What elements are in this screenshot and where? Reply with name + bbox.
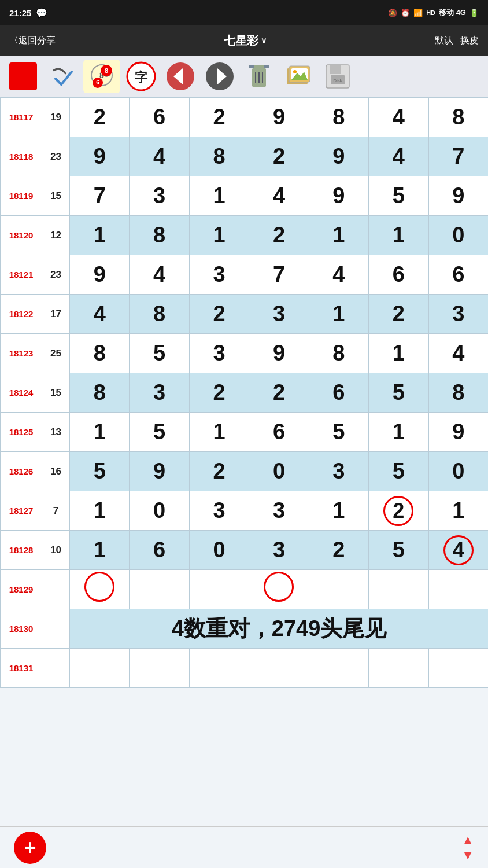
row-sum (42, 570, 70, 609)
row-num-6: 4 (369, 137, 428, 176)
row-num-6: 2 (369, 491, 428, 531)
row-num-5: 9 (309, 176, 368, 216)
row-num-2 (130, 570, 189, 609)
row-num-1: 7 (70, 176, 130, 216)
row-num-4: 2 (249, 373, 309, 413)
table-row[interactable]: 18125131516519 (1, 413, 489, 452)
row-num-2: 8 (130, 295, 189, 334)
scroll-down-icon: ▼ (461, 848, 474, 863)
row-num-3: 2 (189, 98, 249, 137)
table-row[interactable]: 18122174823123 (1, 295, 489, 334)
row-sum (42, 649, 70, 688)
row-num-5: 1 (309, 216, 368, 255)
row-num-7: 4 (428, 334, 488, 373)
table-row[interactable]: 18126165920350 (1, 452, 489, 491)
table-row[interactable]: 18117192629848 (1, 98, 489, 137)
row-num-7: 6 (428, 255, 488, 295)
table-row[interactable]: 18119157314959 (1, 176, 489, 216)
row-num-4: 9 (249, 98, 309, 137)
row-num-6 (369, 570, 428, 609)
toolbar: 8 8 6 字 (0, 56, 488, 97)
row-num-1 (70, 649, 130, 688)
back-button[interactable]: 〈返回分享 (9, 35, 56, 47)
table-row[interactable]: 18128101603254 (1, 531, 489, 570)
table-row[interactable]: 18123258539814 (1, 334, 489, 373)
row-num-3: 3 (189, 255, 249, 295)
back-arrow-button[interactable] (162, 60, 199, 93)
row-num-2: 4 (130, 137, 189, 176)
dropdown-icon[interactable]: ∨ (261, 36, 267, 45)
row-num-2: 0 (130, 491, 189, 531)
save-button[interactable]: Disk (319, 60, 356, 93)
row-num-3 (189, 570, 249, 609)
default-button[interactable]: 默认 (435, 35, 453, 47)
add-button[interactable]: + (14, 832, 46, 864)
history-button[interactable]: 8 8 6 (83, 60, 120, 93)
row-num-1: 4 (70, 295, 130, 334)
photos-button[interactable] (280, 60, 317, 93)
badge-6: 6 (93, 78, 103, 88)
row-num-5: 4 (309, 255, 368, 295)
row-num-4: 9 (249, 334, 309, 373)
svg-text:Disk: Disk (333, 78, 343, 83)
status-right: 🔕 ⏰ 📶 HD 移动 4G 🔋 (388, 8, 479, 18)
nav-actions: 默认 换皮 (435, 35, 479, 47)
row-annotation: 4数重对，2749头尾见 (70, 609, 489, 649)
row-id: 18120 (1, 216, 42, 255)
row-num-7: 8 (428, 373, 488, 413)
row-id: 18122 (1, 295, 42, 334)
bottom-bar: + ▲ ▼ (0, 826, 488, 868)
forward-arrow-button[interactable] (201, 60, 238, 93)
color-picker-button[interactable] (5, 60, 42, 93)
character-icon: 字 (126, 61, 156, 91)
row-sum: 10 (42, 531, 70, 570)
row-num-1: 5 (70, 452, 130, 491)
row-id: 18117 (1, 98, 42, 137)
circled-number: 4 (443, 535, 474, 565)
table-row[interactable]: 18118239482947 (1, 137, 489, 176)
row-num-4: 7 (249, 255, 309, 295)
row-sum: 23 (42, 255, 70, 295)
row-num-2: 5 (130, 334, 189, 373)
row-num-7 (428, 649, 488, 688)
table-row[interactable]: 18124158322658 (1, 373, 489, 413)
table-row[interactable]: 18129 (1, 570, 489, 609)
row-num-4: 2 (249, 216, 309, 255)
wifi-icon: 📶 (413, 9, 423, 17)
table-row[interactable]: 181304数重对，2749头尾见 (1, 609, 489, 649)
row-num-4: 3 (249, 295, 309, 334)
row-num-1: 8 (70, 373, 130, 413)
row-id: 18119 (1, 176, 42, 216)
row-sum: 25 (42, 334, 70, 373)
signal-label: HD (426, 9, 435, 16)
back-arrow-icon (165, 61, 195, 91)
character-button[interactable]: 字 (123, 60, 160, 93)
row-num-1: 2 (70, 98, 130, 137)
row-num-2: 8 (130, 216, 189, 255)
row-num-5: 9 (309, 137, 368, 176)
scroll-control[interactable]: ▲ ▼ (461, 833, 474, 863)
row-num-4: 6 (249, 413, 309, 452)
table-row[interactable]: 18120121812110 (1, 216, 489, 255)
svg-rect-11 (254, 65, 264, 68)
back-label: 〈返回分享 (9, 35, 56, 47)
table-row[interactable]: 1812771033121 (1, 491, 489, 531)
row-num-7: 4 (428, 531, 488, 570)
table-row[interactable]: 18131 (1, 649, 489, 688)
row-id: 18125 (1, 413, 42, 452)
row-sum: 7 (42, 491, 70, 531)
row-num-7: 1 (428, 491, 488, 531)
skin-button[interactable]: 换皮 (460, 35, 479, 47)
table-row[interactable]: 18121239437466 (1, 255, 489, 295)
badge-8: 8 (101, 65, 112, 76)
row-num-1: 8 (70, 334, 130, 373)
row-num-5: 5 (309, 413, 368, 452)
row-num-5 (309, 570, 368, 609)
trash-button[interactable] (241, 60, 278, 93)
checkmark-button[interactable] (44, 60, 81, 93)
row-num-7: 0 (428, 452, 488, 491)
row-num-5: 6 (309, 373, 368, 413)
row-num-5: 3 (309, 452, 368, 491)
row-num-5: 2 (309, 531, 368, 570)
row-num-3: 8 (189, 137, 249, 176)
